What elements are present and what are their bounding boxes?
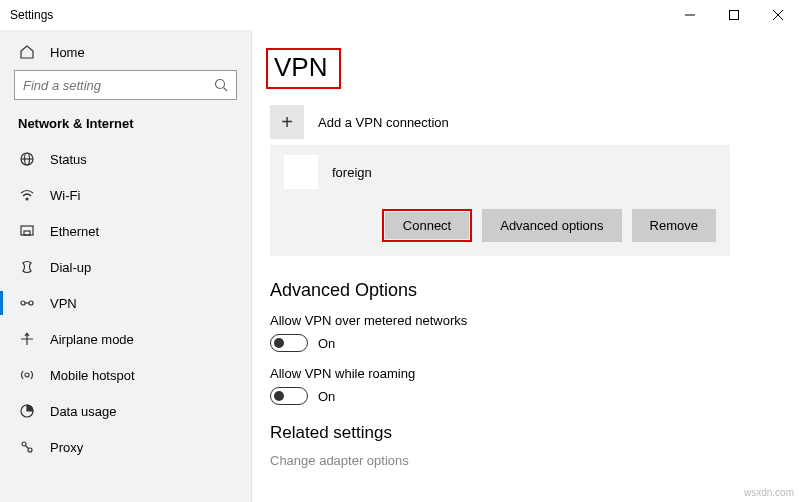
hotspot-icon bbox=[18, 367, 36, 383]
dialup-icon bbox=[18, 259, 36, 275]
add-vpn-label: Add a VPN connection bbox=[318, 115, 449, 130]
sidebar-home-label: Home bbox=[50, 45, 85, 60]
sidebar-item-ethernet[interactable]: Ethernet bbox=[0, 213, 251, 249]
sidebar: Home Network & Internet Status Wi-Fi E bbox=[0, 30, 252, 502]
svg-point-15 bbox=[25, 373, 29, 377]
watermark: wsxdn.com bbox=[744, 487, 794, 498]
opt-roaming: Allow VPN while roaming On bbox=[270, 366, 770, 405]
svg-point-18 bbox=[28, 448, 32, 452]
sidebar-item-vpn[interactable]: VPN bbox=[0, 285, 251, 321]
sidebar-item-label: Ethernet bbox=[50, 224, 99, 239]
svg-point-12 bbox=[21, 301, 25, 305]
sidebar-nav: Status Wi-Fi Ethernet Dial-up VPN Airpla… bbox=[0, 141, 251, 502]
change-adapter-link[interactable]: Change adapter options bbox=[270, 453, 770, 468]
sidebar-item-label: Airplane mode bbox=[50, 332, 134, 347]
svg-rect-1 bbox=[730, 11, 739, 20]
search-field[interactable] bbox=[23, 78, 214, 93]
close-button[interactable] bbox=[756, 0, 800, 30]
titlebar: Settings bbox=[0, 0, 800, 30]
opt-roaming-state: On bbox=[318, 389, 335, 404]
status-icon bbox=[18, 151, 36, 167]
connection-name: foreign bbox=[332, 165, 372, 180]
window-title: Settings bbox=[10, 8, 53, 22]
svg-point-13 bbox=[29, 301, 33, 305]
page-title: VPN bbox=[274, 52, 327, 83]
minimize-button[interactable] bbox=[668, 0, 712, 30]
sidebar-home[interactable]: Home bbox=[0, 36, 251, 70]
airplane-icon bbox=[18, 331, 36, 347]
vpn-connection-card[interactable]: foreign Connect Advanced options Remove bbox=[270, 145, 730, 256]
wifi-icon bbox=[18, 187, 36, 203]
remove-button[interactable]: Remove bbox=[632, 209, 716, 242]
add-vpn-row[interactable]: + Add a VPN connection bbox=[270, 105, 770, 139]
sidebar-item-label: VPN bbox=[50, 296, 77, 311]
sidebar-item-label: Mobile hotspot bbox=[50, 368, 135, 383]
svg-line-19 bbox=[26, 446, 29, 449]
opt-metered-state: On bbox=[318, 336, 335, 351]
advanced-options-title: Advanced Options bbox=[270, 280, 770, 301]
svg-rect-11 bbox=[24, 231, 30, 235]
svg-line-5 bbox=[224, 88, 228, 92]
connect-button[interactable]: Connect bbox=[385, 212, 469, 239]
sidebar-item-label: Dial-up bbox=[50, 260, 91, 275]
main-content: VPN + Add a VPN connection foreign Conne… bbox=[252, 30, 800, 502]
proxy-icon bbox=[18, 439, 36, 455]
vpn-icon bbox=[18, 295, 36, 311]
sidebar-item-wifi[interactable]: Wi-Fi bbox=[0, 177, 251, 213]
svg-point-4 bbox=[216, 80, 225, 89]
connection-icon bbox=[284, 155, 318, 189]
sidebar-item-datausage[interactable]: Data usage bbox=[0, 393, 251, 429]
opt-roaming-toggle[interactable] bbox=[270, 387, 308, 405]
maximize-button[interactable] bbox=[712, 0, 756, 30]
opt-metered: Allow VPN over metered networks On bbox=[270, 313, 770, 352]
opt-roaming-label: Allow VPN while roaming bbox=[270, 366, 770, 381]
sidebar-item-label: Wi-Fi bbox=[50, 188, 80, 203]
page-title-highlight: VPN bbox=[266, 48, 341, 89]
opt-metered-label: Allow VPN over metered networks bbox=[270, 313, 770, 328]
plus-icon: + bbox=[270, 105, 304, 139]
sidebar-item-airplane[interactable]: Airplane mode bbox=[0, 321, 251, 357]
svg-point-17 bbox=[22, 442, 26, 446]
ethernet-icon bbox=[18, 223, 36, 239]
svg-point-9 bbox=[26, 198, 28, 200]
advanced-options-button[interactable]: Advanced options bbox=[482, 209, 621, 242]
sidebar-item-label: Data usage bbox=[50, 404, 117, 419]
opt-metered-toggle[interactable] bbox=[270, 334, 308, 352]
home-icon bbox=[18, 44, 36, 60]
search-input[interactable] bbox=[14, 70, 237, 100]
sidebar-item-proxy[interactable]: Proxy bbox=[0, 429, 251, 465]
sidebar-item-label: Status bbox=[50, 152, 87, 167]
sidebar-item-status[interactable]: Status bbox=[0, 141, 251, 177]
sidebar-item-dialup[interactable]: Dial-up bbox=[0, 249, 251, 285]
related-settings-title: Related settings bbox=[270, 423, 770, 443]
window-controls bbox=[668, 0, 800, 30]
connect-button-highlight: Connect bbox=[382, 209, 472, 242]
sidebar-section-title: Network & Internet bbox=[0, 112, 251, 141]
sidebar-item-hotspot[interactable]: Mobile hotspot bbox=[0, 357, 251, 393]
sidebar-item-label: Proxy bbox=[50, 440, 83, 455]
search-icon bbox=[214, 78, 228, 92]
datausage-icon bbox=[18, 403, 36, 419]
